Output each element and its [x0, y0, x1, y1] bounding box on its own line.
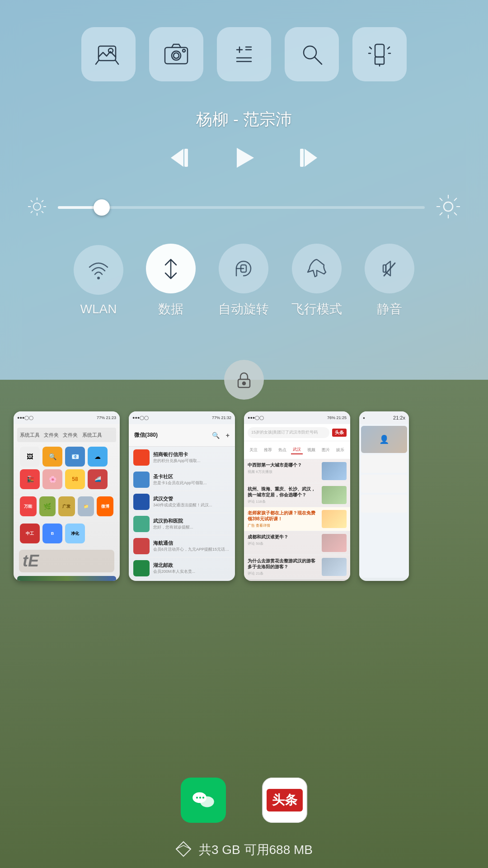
app-switcher: ●●●◯◯ 77% 21:23 系统工具 文件夹 文件夹 系统工具 🖼 🔍 📧 … [0, 380, 488, 868]
memory-diamond-icon [175, 841, 192, 859]
app-cards-container: ●●●◯◯ 77% 21:23 系统工具 文件夹 文件夹 系统工具 🖼 🔍 📧 … [0, 380, 488, 769]
svg-line-1 [96, 61, 99, 64]
svg-point-53 [243, 382, 245, 385]
music-title: 杨柳 - 范宗沛 [196, 108, 292, 131]
next-button[interactable] [294, 144, 321, 171]
screenshot-button[interactable] [81, 27, 136, 81]
silent-circle[interactable] [365, 244, 414, 293]
toggles-row: WLAN 数据 自动旋转 [74, 244, 414, 318]
calculator-button[interactable] [217, 27, 271, 81]
airplane-circle[interactable] [292, 244, 342, 293]
news-bottom-bar: 🏠 🔥 📖 👤 [244, 579, 350, 581]
news-tabs: 关注 推荐 热点 武汉 视频 图片 娱乐 [244, 441, 350, 459]
wlan-circle[interactable] [74, 245, 123, 295]
svg-rect-16 [375, 44, 384, 57]
wlan-toggle[interactable]: WLAN [74, 245, 123, 316]
svg-point-37 [444, 202, 453, 211]
svg-marker-59 [176, 842, 191, 856]
wechat-statusbar: ●●●◯◯ 77% 21:32 [129, 411, 235, 424]
svg-rect-4 [165, 47, 188, 64]
toutiao-badge[interactable]: 头条 [262, 778, 307, 823]
svg-line-2 [116, 61, 118, 64]
brightness-thumb[interactable] [94, 199, 110, 216]
app-badges: 头条 [0, 769, 488, 832]
play-button[interactable] [230, 144, 258, 171]
music-controls [167, 144, 321, 171]
svg-rect-0 [99, 46, 116, 61]
prev-button[interactable] [167, 144, 194, 171]
svg-rect-50 [383, 265, 386, 272]
svg-rect-27 [300, 149, 304, 167]
airplane-label: 飞行模式 [291, 301, 342, 318]
memory-bar: 共3 GB 可用688 MB [0, 832, 488, 868]
svg-line-15 [314, 57, 322, 64]
wechat-header: 微信(380) 🔍 + [129, 424, 235, 447]
data-toggle[interactable]: 数据 [146, 244, 196, 318]
flashlight-button[interactable] [352, 27, 407, 81]
svg-point-28 [33, 203, 41, 210]
rotation-toggle[interactable]: 自动旋转 [218, 244, 269, 318]
brightness-slider[interactable] [58, 206, 425, 209]
svg-point-6 [174, 53, 179, 58]
music-player: 杨柳 - 范宗沛 [167, 108, 321, 171]
svg-marker-25 [237, 148, 254, 168]
app-card-news[interactable]: ●●●◯◯ 76% 21:25 15岁的女孩|美团订了武汉市防烂号码 头条 关注… [244, 411, 350, 581]
memory-text: 共3 GB 可用688 MB [199, 841, 313, 859]
app-card-wechat[interactable]: ●●●◯◯ 77% 21:32 微信(380) 🔍 + 招商银行信用卡您的积分兑… [129, 411, 235, 581]
toutiao-badge-icon[interactable]: 头条 [262, 778, 307, 823]
airplane-toggle[interactable]: 飞行模式 [291, 244, 342, 318]
wlan-label: WLAN [80, 302, 117, 316]
svg-line-19 [370, 47, 371, 49]
svg-point-55 [200, 797, 214, 807]
silent-toggle[interactable]: 静音 [365, 244, 414, 318]
partial-statusbar: ● 21:2x [359, 411, 409, 424]
data-label: 数据 [158, 301, 183, 318]
svg-point-56 [196, 797, 198, 798]
lock-icon[interactable] [224, 360, 264, 400]
files-title: 系统工具 文件夹 文件夹 系统工具 [17, 428, 116, 442]
svg-line-45 [440, 212, 442, 215]
rotation-circle[interactable] [219, 244, 268, 293]
svg-point-58 [202, 797, 204, 798]
svg-line-42 [440, 198, 442, 201]
news-statusbar: ●●●◯◯ 76% 21:25 [244, 411, 350, 424]
wechat-list: 招商银行信用卡您的积分兑换App可领取... 圣卡社区您是卡1会员在此App可领… [129, 447, 235, 581]
news-list: 中西部第一大城市是哪个？视频 6万次播放 杭州、珠海、重庆、长沙、武汉，挑一城市… [244, 459, 350, 579]
svg-point-7 [183, 49, 185, 52]
brightness-min-icon [27, 197, 47, 218]
brightness-max-icon [436, 194, 461, 221]
camera-button[interactable] [149, 27, 203, 81]
search-button[interactable] [285, 27, 339, 81]
svg-rect-24 [184, 149, 188, 167]
app-card-partial[interactable]: ● 21:2x 👤 [359, 411, 409, 581]
data-circle[interactable] [146, 244, 196, 293]
svg-line-43 [454, 212, 457, 215]
svg-line-34 [42, 211, 43, 213]
svg-line-35 [42, 200, 43, 202]
brightness-row [23, 194, 465, 221]
svg-rect-17 [375, 57, 384, 64]
svg-line-44 [454, 198, 457, 201]
silent-label: 静音 [377, 301, 402, 318]
svg-point-57 [199, 797, 201, 798]
svg-marker-26 [305, 149, 317, 167]
svg-marker-23 [171, 149, 183, 167]
files-content: 系统工具 文件夹 文件夹 系统工具 🖼 🔍 📧 ☁ 🚂 🌸 58 🚄 万能 🌿 … [14, 424, 120, 581]
svg-line-33 [31, 200, 33, 202]
svg-line-20 [388, 47, 389, 49]
wechat-badge[interactable] [181, 778, 226, 823]
control-center-panel: 杨柳 - 范宗沛 [0, 0, 488, 380]
rotation-label: 自动旋转 [218, 301, 269, 318]
svg-point-46 [97, 277, 100, 279]
quick-actions-row [81, 27, 407, 81]
app-card-files[interactable]: ●●●◯◯ 77% 21:23 系统工具 文件夹 文件夹 系统工具 🖼 🔍 📧 … [14, 411, 120, 581]
wechat-badge-icon[interactable] [181, 778, 226, 823]
files-statusbar: ●●●◯◯ 77% 21:23 [14, 411, 120, 424]
svg-line-36 [31, 211, 33, 213]
